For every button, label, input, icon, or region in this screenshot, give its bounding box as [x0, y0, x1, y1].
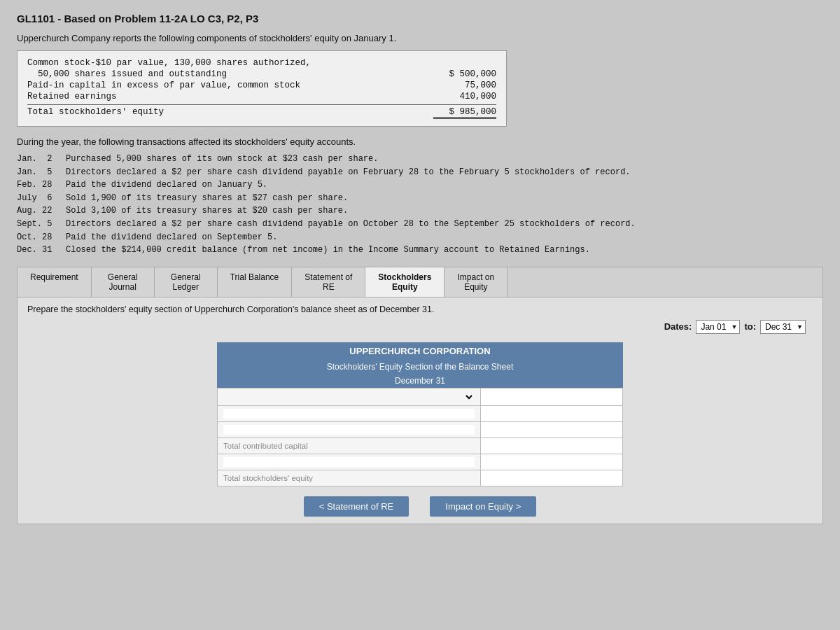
equity-section: Common stock-$10 par value, 130,000 shar… [17, 50, 507, 127]
trans-date-7: Oct. 28 [17, 231, 66, 244]
trans-date-3: Feb. 28 [17, 178, 66, 192]
tab-stockholders-equity[interactable]: StockholdersEquity [365, 267, 444, 297]
tabs-body: Prepare the stockholders' equity section… [18, 298, 822, 524]
bs-section-title: Stockholders' Equity Section of the Bala… [217, 360, 623, 374]
bs-cell-value-2[interactable] [481, 405, 623, 421]
bs-label-input-3[interactable] [223, 425, 475, 435]
bs-input-1[interactable] [486, 392, 617, 402]
bs-dropdown-select[interactable] [223, 391, 475, 402]
tab-trial-balance[interactable]: Trial Balance [218, 267, 293, 297]
bs-cell-value-4[interactable] [481, 454, 623, 470]
trans-text-8: Closed the $214,000 credit balance (from… [66, 244, 823, 257]
trans-date-4: July 6 [17, 192, 66, 205]
trans-text-6: Directors declared a $2 per share cash d… [66, 218, 823, 231]
bs-cell-label-2[interactable] [218, 405, 481, 421]
equity-row-3: Paid-in capital in excess of par value, … [27, 80, 496, 90]
equity-row-2: 50,000 shares issued and outstanding $ 5… [27, 69, 496, 79]
bs-label-input-2[interactable] [223, 409, 475, 419]
trans-date-1: Jan. 2 [17, 153, 66, 166]
equity-label-1: Common stock-$10 par value, 130,000 shar… [27, 58, 311, 68]
trans-row-3: Feb. 28 Paid the dividend declared on Ja… [17, 178, 823, 192]
bs-date: December 31 [217, 374, 623, 388]
dates-label: Dates: [664, 321, 692, 332]
bs-company-name: UPPERCHURCH CORPORATION [217, 342, 623, 360]
bs-value-total-equity[interactable] [481, 470, 623, 486]
equity-value-3: 75,000 [433, 80, 496, 90]
tab-impact-on-equity[interactable]: Impact onEquity [444, 267, 507, 297]
tab-requirement[interactable]: Requirement [18, 267, 92, 297]
trans-row-7: Oct. 28 Paid the dividend declared on Se… [17, 231, 823, 244]
equity-value-4: 410,000 [433, 92, 496, 102]
equity-total-label: Total stockholders' equity [27, 107, 164, 119]
bs-table: Total contributed capital [217, 388, 623, 486]
bs-row-input-2 [218, 405, 623, 421]
trans-date-5: Aug. 22 [17, 204, 66, 218]
trans-row-4: July 6 Sold 1,900 of its treasury shares… [17, 192, 823, 205]
bs-cell-label-3[interactable] [218, 421, 481, 438]
equity-value-1 [433, 58, 496, 68]
trans-row-5: Aug. 22 Sold 3,100 of its treasury share… [17, 204, 823, 218]
prev-button[interactable]: < Statement of RE [304, 496, 410, 517]
bs-cell-dropdown-label[interactable] [218, 388, 481, 405]
page-title: GL1101 - Based on Problem 11-2A LO C3, P… [17, 13, 823, 24]
trans-text-2: Directors declared a $2 per share cash d… [66, 166, 823, 179]
equity-total-row: Total stockholders' equity $ 985,000 [27, 104, 496, 119]
bs-row-input-4 [218, 454, 623, 470]
dates-to-wrapper[interactable]: Dec 31 [760, 320, 806, 334]
dates-from-wrapper[interactable]: Jan 01 [696, 320, 740, 334]
trans-text-3: Paid the dividend declared on January 5. [66, 178, 823, 192]
intro-text: Upperchurch Company reports the followin… [17, 33, 823, 43]
trans-row-6: Sept. 5 Directors declared a $2 per shar… [17, 218, 823, 231]
trans-date-2: Jan. 5 [17, 166, 66, 179]
bs-row-input-3 [218, 421, 623, 438]
bs-value-input-3[interactable] [486, 425, 617, 435]
bs-input-total-contributed[interactable] [486, 441, 617, 451]
dates-from-select[interactable]: Jan 01 [696, 320, 740, 334]
trans-row-1: Jan. 2 Purchased 5,000 shares of its own… [17, 153, 823, 166]
equity-label-2: 50,000 shares issued and outstanding [27, 69, 227, 79]
balance-sheet-table-wrap: UPPERCHURCH CORPORATION Stockholders' Eq… [217, 342, 623, 486]
tab-general-journal[interactable]: GeneralJournal [92, 267, 155, 297]
equity-row-4: Retained earnings 410,000 [27, 92, 496, 102]
equity-total-value: $ 985,000 [433, 107, 496, 119]
tab-general-ledger[interactable]: GeneralLedger [155, 267, 218, 297]
equity-label-4: Retained earnings [27, 92, 117, 102]
tabs-container: Requirement GeneralJournal GeneralLedger… [17, 267, 823, 524]
trans-row-8: Dec. 31 Closed the $214,000 credit balan… [17, 244, 823, 257]
equity-row-1: Common stock-$10 par value, 130,000 shar… [27, 58, 496, 68]
trans-text-1: Purchased 5,000 shares of its own stock … [66, 153, 823, 166]
dates-row: Dates: Jan 01 to: Dec 31 [27, 320, 813, 334]
trans-date-6: Sept. 5 [17, 218, 66, 231]
bs-label-input-4[interactable] [223, 457, 475, 467]
bs-value-total-contributed[interactable] [481, 438, 623, 454]
dates-to-label: to: [744, 321, 756, 332]
trans-text-5: Sold 3,100 of its treasury shares at $20… [66, 204, 823, 218]
trans-row-2: Jan. 5 Directors declared a $2 per share… [17, 166, 823, 179]
next-button[interactable]: Impact on Equity > [430, 496, 536, 517]
bs-value-input-4[interactable] [486, 457, 617, 467]
nav-buttons: < Statement of RE Impact on Equity > [27, 496, 813, 517]
bs-input-total-equity[interactable] [486, 473, 617, 483]
dates-to-select[interactable]: Dec 31 [760, 320, 806, 334]
bs-cell-label-4[interactable] [218, 454, 481, 470]
equity-label-3: Paid-in capital in excess of par value, … [27, 80, 300, 90]
bs-label-total-contributed: Total contributed capital [218, 438, 481, 454]
trans-text-7: Paid the dividend declared on September … [66, 231, 823, 244]
tab-statement-re[interactable]: Statement ofRE [292, 267, 365, 297]
tabs-header: Requirement GeneralJournal GeneralLedger… [18, 267, 822, 298]
instruction-row: Prepare the stockholders' equity section… [27, 304, 813, 314]
bs-row-total-equity: Total stockholders' equity [218, 470, 623, 486]
transactions-intro: During the year, the following transacti… [17, 136, 823, 147]
transactions-list: Jan. 2 Purchased 5,000 shares of its own… [17, 153, 823, 257]
trans-date-8: Dec. 31 [17, 244, 66, 257]
bs-label-total-equity: Total stockholders' equity [218, 470, 481, 486]
trans-text-4: Sold 1,900 of its treasury shares at $27… [66, 192, 823, 205]
equity-value-2: $ 500,000 [433, 69, 496, 79]
bs-cell-value-3[interactable] [481, 421, 623, 438]
bs-cell-dropdown-value[interactable] [481, 388, 623, 405]
bs-value-input-2[interactable] [486, 409, 617, 419]
bs-row-total-contributed: Total contributed capital [218, 438, 623, 454]
instruction-text: Prepare the stockholders' equity section… [27, 304, 434, 314]
bs-row-dropdown [218, 388, 623, 405]
